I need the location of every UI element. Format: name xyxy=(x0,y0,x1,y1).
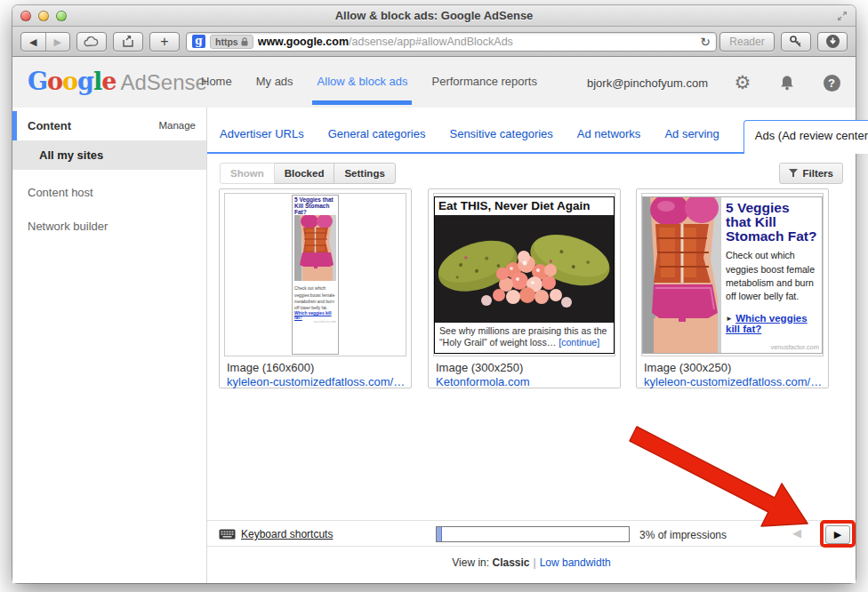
active-nav-underline xyxy=(312,100,412,105)
https-badge: https xyxy=(210,35,253,49)
ad-thumbnail[interactable]: Eat THIS, Never Diet Again xyxy=(433,193,615,356)
help-icon[interactable]: ? xyxy=(822,73,841,92)
downloads-button[interactable] xyxy=(817,32,848,52)
settings-gear-icon[interactable]: ⚙ xyxy=(733,73,752,92)
adsense-header: GoogleAdSense Home My ads Allow & block … xyxy=(12,57,856,108)
icloud-tabs-button[interactable] xyxy=(76,32,107,52)
tab-ad-serving[interactable]: Ad serving xyxy=(664,127,719,152)
forward-button[interactable]: ▶ xyxy=(46,33,70,51)
download-icon xyxy=(825,34,840,49)
ad-card[interactable]: 5 Veggies that Kill Stomach Fat? Check o… xyxy=(636,188,829,388)
impressions-progress-bar xyxy=(436,526,630,542)
account-area: bjork@pinchofyum.com ⚙ ? xyxy=(587,73,841,92)
ad-creative-300x250: Eat THIS, Never Diet Again xyxy=(434,196,615,354)
ad-creative-300x250: 5 Veggies that Kill Stomach Fat? Check o… xyxy=(642,196,823,354)
sidebar-item-content-host[interactable]: Content host xyxy=(28,186,93,199)
plus-icon: + xyxy=(160,34,168,50)
sidebar: Content Manage All my sites Content host… xyxy=(12,108,206,583)
impressions-progress-fill xyxy=(437,527,442,541)
ad-size-label: Image (300x250) xyxy=(436,361,523,374)
reload-button[interactable]: ↻ xyxy=(700,35,711,49)
nav-my-ads[interactable]: My ads xyxy=(256,75,293,88)
prev-page-button[interactable]: ◀ xyxy=(792,526,801,540)
ad-size-label: Image (160x600) xyxy=(227,361,314,374)
bullet-arrow-icon: ► xyxy=(726,315,733,323)
blocked-button[interactable]: Blocked xyxy=(274,163,335,184)
sidebar-item-all-my-sites[interactable]: All my sites xyxy=(12,140,206,170)
ad-url-link[interactable]: kyleleon-customizedfatloss.com/… xyxy=(644,375,822,388)
status-bar: Keyboard shortcuts 3% of impressions ◀ ▶ xyxy=(207,520,856,547)
filters-button[interactable]: Filters xyxy=(779,163,843,184)
back-button[interactable]: ◀ xyxy=(21,33,46,51)
ad-size-label: Image (300x250) xyxy=(644,361,731,374)
reader-button[interactable]: Reader xyxy=(719,32,775,52)
subtab-row: Shown Blocked Settings Filters xyxy=(220,163,843,184)
lock-icon xyxy=(241,37,248,46)
ad-body-text: See why millions are praising this as th… xyxy=(435,323,614,352)
browser-toolbar: ◀ ▶ + g https www.g xyxy=(12,27,856,57)
tab-general-categories[interactable]: General categories xyxy=(328,127,426,152)
tab-ads-ad-review-center[interactable]: Ads (Ad review center) xyxy=(743,120,868,154)
view-toggle-group: Shown Blocked Settings xyxy=(220,163,396,184)
share-button[interactable] xyxy=(113,32,143,52)
next-page-button[interactable]: ▶ xyxy=(825,525,850,544)
main-content: Advertiser URLs General categories Sensi… xyxy=(206,108,856,583)
filter-funnel-icon xyxy=(789,169,798,178)
notifications-bell-icon[interactable] xyxy=(777,73,797,92)
ad-thumbnail[interactable]: 5 Veggies that Kill Stomach Fat? xyxy=(224,193,406,356)
active-section-indicator xyxy=(12,111,17,140)
address-bar[interactable]: g https www.google.com/adsense/app#allow… xyxy=(186,32,717,52)
sidebar-content-label: Content xyxy=(28,119,71,132)
view-classic-label: Classic xyxy=(492,556,529,569)
account-email: bjork@pinchofyum.com xyxy=(587,76,708,90)
ad-thumbnail[interactable]: 5 Veggies that Kill Stomach Fat? Check o… xyxy=(641,193,824,356)
share-icon xyxy=(122,36,134,48)
cloud-icon xyxy=(84,36,100,47)
ad-cta-link: Which veggies kill fat? xyxy=(726,313,808,334)
adsense-wordmark: AdSense xyxy=(120,70,206,94)
ad-watermark: venusfactor.com xyxy=(770,343,819,351)
nav-home[interactable]: Home xyxy=(201,75,232,88)
url-path: /adsense/app#allowAndBlockAds xyxy=(349,36,513,48)
shown-button[interactable]: Shown xyxy=(220,163,275,184)
tab-ad-networks[interactable]: Ad networks xyxy=(577,127,641,152)
password-manager-button[interactable] xyxy=(781,32,811,52)
ad-card[interactable]: Eat THIS, Never Diet Again xyxy=(428,188,621,388)
titlebar[interactable]: Allow & block ads: Google AdSense xyxy=(12,5,856,27)
site-favicon: g xyxy=(192,35,205,48)
history-nav-group: ◀ ▶ xyxy=(20,32,70,52)
continue-link: [continue] xyxy=(559,337,599,348)
key-icon xyxy=(789,35,803,49)
view-footer: View in: Classic|Low bandwidth xyxy=(207,556,856,569)
url-domain: www.google.com xyxy=(258,36,349,48)
fruit-image xyxy=(435,215,614,324)
keyboard-shortcuts-link[interactable]: Keyboard shortcuts xyxy=(241,528,333,540)
fullscreen-icon[interactable] xyxy=(836,10,848,22)
ad-url-link[interactable]: Ketonformola.com xyxy=(436,375,530,388)
tab-sensitive-categories[interactable]: Sensitive categories xyxy=(449,127,552,152)
keyboard-icon xyxy=(219,529,236,540)
ad-card[interactable]: 5 Veggies that Kill Stomach Fat? xyxy=(219,188,412,388)
window-title: Allow & block ads: Google AdSense xyxy=(12,9,856,22)
sidebar-item-network-builder[interactable]: Network builder xyxy=(28,220,108,233)
ad-url-link[interactable]: kyleleon-customizedfatloss.com/… xyxy=(227,375,405,388)
low-bandwidth-link[interactable]: Low bandwidth xyxy=(540,556,611,569)
nav-performance-reports[interactable]: Performance reports xyxy=(431,75,537,88)
new-tab-button[interactable]: + xyxy=(149,32,180,52)
impressions-label: 3% of impressions xyxy=(639,529,727,541)
url-text[interactable]: www.google.com/adsense/app#allowAndBlock… xyxy=(258,36,696,48)
primary-nav: Home My ads Allow & block ads Performanc… xyxy=(201,75,537,88)
tab-advertiser-urls[interactable]: Advertiser URLs xyxy=(220,127,304,152)
sidebar-section-content: Content Manage xyxy=(12,111,206,140)
ad-creative-160x600: 5 Veggies that Kill Stomach Fat? xyxy=(292,195,339,355)
https-label: https xyxy=(215,36,238,47)
tab-bar: Advertiser URLs General categories Sensi… xyxy=(207,118,856,154)
manage-link[interactable]: Manage xyxy=(158,120,196,131)
browser-window: Allow & block ads: Google AdSense ◀ ▶ + … xyxy=(12,5,856,583)
torso-illustration xyxy=(294,215,336,281)
settings-button[interactable]: Settings xyxy=(334,163,395,184)
torso-illustration xyxy=(643,197,721,354)
nav-allow-block-ads[interactable]: Allow & block ads xyxy=(317,75,408,88)
google-adsense-logo: GoogleAdSense xyxy=(28,68,207,95)
